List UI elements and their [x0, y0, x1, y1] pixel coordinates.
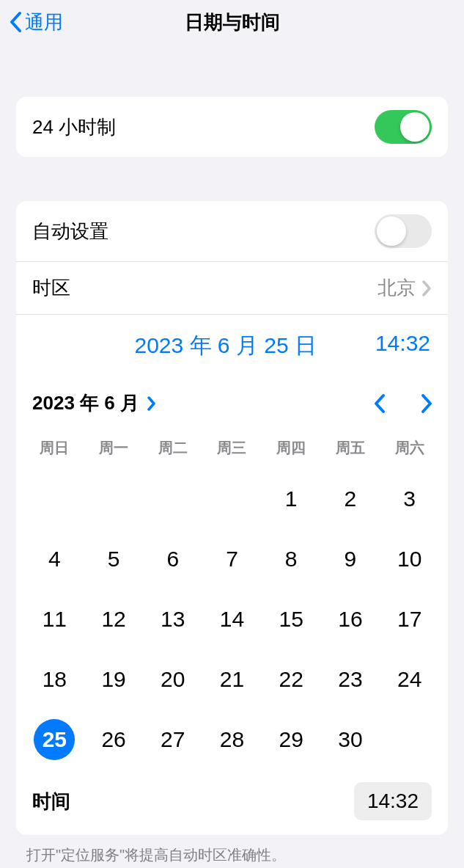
day-cell[interactable]: 2 — [330, 478, 371, 519]
twenty-four-hour-label: 24 小时制 — [32, 114, 116, 140]
twenty-four-hour-switch[interactable] — [375, 110, 432, 144]
day-cell[interactable]: 11 — [34, 599, 75, 640]
day-cell[interactable]: 7 — [211, 539, 252, 580]
timezone-value: 北京 — [378, 275, 416, 301]
day-cell[interactable]: 30 — [330, 719, 371, 760]
day-empty — [152, 478, 194, 519]
time-value: 14:32 — [367, 789, 419, 812]
page-title: 日期与时间 — [185, 10, 280, 35]
back-label: 通用 — [25, 10, 63, 35]
back-button[interactable]: 通用 — [9, 10, 63, 35]
weekday-label: 周五 — [321, 434, 380, 462]
day-cell[interactable]: 20 — [152, 659, 194, 700]
day-cell[interactable]: 23 — [330, 659, 371, 700]
day-cell[interactable]: 25 — [34, 719, 75, 760]
day-cell[interactable]: 5 — [93, 539, 134, 580]
day-cell[interactable]: 16 — [330, 599, 371, 640]
auto-set-label: 自动设置 — [32, 219, 108, 244]
day-cell[interactable]: 18 — [34, 659, 75, 700]
day-cell[interactable]: 19 — [93, 659, 134, 700]
day-cell[interactable]: 27 — [152, 719, 194, 760]
day-empty — [93, 478, 134, 519]
weekday-label: 周四 — [262, 434, 321, 462]
day-cell[interactable]: 13 — [152, 599, 194, 640]
time-label: 时间 — [32, 789, 70, 814]
day-cell[interactable]: 8 — [270, 539, 312, 580]
timezone-label: 时区 — [32, 275, 70, 301]
month-picker-button[interactable]: 2023 年 6 月 — [32, 390, 156, 416]
day-cell[interactable]: 6 — [152, 539, 194, 580]
day-cell[interactable]: 29 — [270, 719, 312, 760]
weekday-label: 周六 — [380, 434, 439, 462]
twenty-four-hour-row: 24 小时制 — [16, 97, 448, 157]
month-label: 2023 年 6 月 — [32, 390, 139, 416]
selected-date-display[interactable]: 2023 年 6 月 25 日 — [134, 331, 316, 361]
day-cell[interactable]: 24 — [389, 659, 430, 700]
day-cell[interactable]: 21 — [211, 659, 252, 700]
day-cell[interactable]: 1 — [270, 478, 312, 519]
day-cell[interactable]: 17 — [389, 599, 430, 640]
day-cell[interactable]: 9 — [330, 539, 371, 580]
day-cell[interactable]: 10 — [389, 539, 430, 580]
next-month-button[interactable] — [420, 393, 433, 414]
day-cell[interactable]: 22 — [270, 659, 312, 700]
prev-month-button[interactable] — [373, 393, 386, 414]
weekday-label: 周三 — [202, 434, 262, 462]
chevron-right-icon — [421, 280, 432, 296]
day-cell[interactable]: 26 — [93, 719, 134, 760]
day-cell[interactable]: 12 — [93, 599, 134, 640]
day-cell[interactable]: 14 — [211, 599, 252, 640]
footer-note: 打开"定位服务"将提高自动时区准确性。 — [0, 835, 464, 865]
day-cell[interactable]: 3 — [389, 478, 430, 519]
weekday-label: 周二 — [143, 434, 202, 462]
timezone-row[interactable]: 时区 北京 — [16, 261, 448, 314]
time-picker-button[interactable]: 14:32 — [354, 782, 432, 820]
auto-set-row: 自动设置 — [16, 201, 448, 261]
selected-time-display[interactable]: 14:32 — [375, 331, 430, 361]
day-cell[interactable]: 4 — [34, 539, 75, 580]
day-empty — [34, 478, 75, 519]
day-cell[interactable]: 15 — [270, 599, 312, 640]
day-cell[interactable]: 28 — [211, 719, 252, 760]
chevron-right-icon — [147, 396, 156, 411]
day-empty — [211, 478, 252, 519]
auto-set-switch[interactable] — [375, 214, 432, 248]
chevron-left-icon — [9, 11, 22, 33]
weekday-label: 周日 — [25, 434, 84, 462]
weekday-label: 周一 — [84, 434, 144, 462]
